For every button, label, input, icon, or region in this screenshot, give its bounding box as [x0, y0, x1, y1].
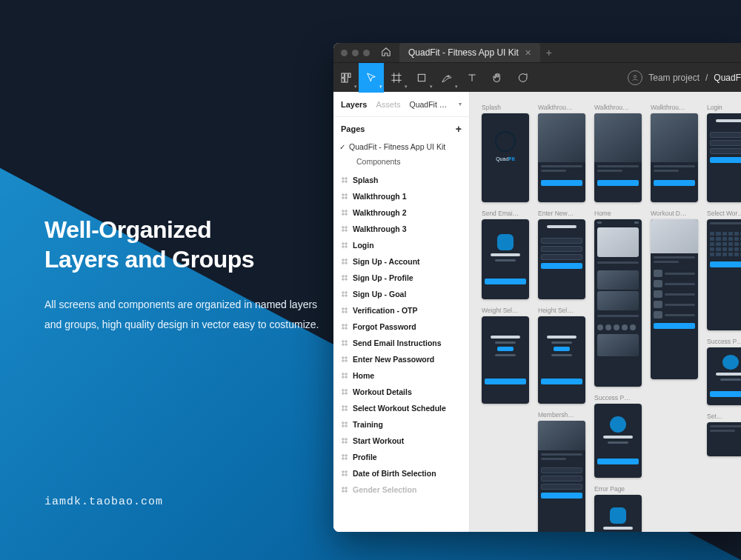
chevron-down-icon[interactable]: ▾: [459, 101, 462, 107]
artboard-label: Set…: [707, 413, 741, 420]
frame-item[interactable]: Enter New Passoword: [333, 351, 469, 367]
artboard-label: Walkthrou…: [594, 104, 642, 111]
frame-name: Send Email Instructions: [353, 339, 442, 347]
artboard-label: Walkthrou…: [538, 104, 585, 111]
artboard-label: Walkthrou…: [651, 104, 698, 111]
artboard[interactable]: Height Sel…: [538, 307, 585, 404]
page-name: Components: [356, 157, 401, 166]
frames-list: SplashWalkthrough 1Walkthrough 2Walkthro…: [333, 169, 469, 532]
artboard[interactable]: Error Page: [594, 485, 642, 532]
pages-header: Pages +: [333, 117, 469, 139]
tab-layers[interactable]: Layers: [341, 100, 367, 109]
frame-name: Select Workout Schedule: [353, 404, 446, 413]
new-tab-button[interactable]: +: [546, 47, 552, 59]
artboard[interactable]: Membersh…: [538, 411, 585, 532]
frame-item[interactable]: Sign Up - Account: [333, 253, 469, 270]
frame-item[interactable]: Gender Selection: [333, 481, 469, 498]
frame-item[interactable]: Profile: [333, 449, 469, 465]
artboard[interactable]: Workout D…: [651, 210, 698, 379]
frame-item[interactable]: Login: [333, 237, 469, 253]
artboard-label: Membersh…: [538, 411, 585, 419]
frame-name: Splash: [353, 176, 378, 184]
tab-assets[interactable]: Assets: [376, 100, 400, 109]
frame-item[interactable]: Home: [333, 367, 469, 384]
frame-name: Workout Details: [353, 387, 412, 396]
shape-tool[interactable]: ▾: [409, 63, 434, 93]
file-tab-title: QuadFit - Fitness App UI Kit: [408, 47, 519, 58]
hand-tool[interactable]: [485, 63, 510, 93]
home-icon[interactable]: [380, 47, 392, 59]
artboard[interactable]: Walkthrou…: [538, 104, 585, 202]
main-menu-button[interactable]: ▾: [333, 63, 359, 93]
frame-item[interactable]: Workout Details: [333, 384, 469, 400]
marketing-copy: Well-Organized Layers and Groups All scr…: [44, 215, 326, 334]
pages-label: Pages: [341, 124, 365, 133]
canvas[interactable]: SplashQuadFitSend Emai…Weight Sel…Walkth…: [470, 92, 741, 532]
canvas-column: SplashQuadFitSend Emai…Weight Sel…: [482, 104, 529, 404]
canvas-column: LoginSelect Wor…Success P…Set…: [707, 104, 741, 456]
frame-tool[interactable]: ▾: [384, 63, 409, 93]
file-tab[interactable]: QuadFit - Fitness App UI Kit ✕: [399, 43, 540, 62]
frame-item[interactable]: Walkthrough 3: [333, 221, 469, 237]
artboard-label: Success P…: [594, 394, 642, 401]
add-page-button[interactable]: +: [456, 123, 462, 135]
frame-item[interactable]: Verification - OTP: [333, 302, 469, 319]
frame-item[interactable]: Splash: [333, 172, 469, 188]
frame-item[interactable]: Training: [333, 416, 469, 433]
page-selector[interactable]: QuadFit - Fitn…: [410, 100, 449, 109]
artboard[interactable]: SplashQuadFit: [482, 104, 529, 202]
canvas-column: Walkthrou…Enter New…Height Sel…Membersh…: [538, 104, 585, 532]
frame-item[interactable]: Start Workout: [333, 433, 469, 449]
frame-item[interactable]: Forgot Password: [333, 319, 469, 335]
artboard[interactable]: Walkthrou…: [651, 104, 698, 202]
window-controls[interactable]: [341, 50, 370, 56]
frame-item[interactable]: Sign Up - Profile: [333, 270, 469, 286]
pages-list: ✓QuadFit - Fitness App UI KitComponents: [333, 139, 469, 169]
page-item[interactable]: ✓QuadFit - Fitness App UI Kit: [333, 139, 469, 154]
canvas-column: Walkthrou…HomeSuccess P…Error Page: [594, 104, 642, 532]
frame-item[interactable]: Send Email Instructions: [333, 335, 469, 351]
canvas-column: Walkthrou…Workout D…: [651, 104, 698, 379]
frame-name: Date of Birth Selection: [353, 469, 436, 478]
frame-name: Login: [353, 241, 374, 250]
frame-name: Gender Selection: [353, 485, 416, 494]
artboard[interactable]: Walkthrou…: [594, 104, 642, 202]
layers-panel: Layers Assets QuadFit - Fitn… ▾ Pages + …: [333, 92, 470, 532]
frame-item[interactable]: Select Workout Schedule: [333, 400, 469, 416]
svg-rect-0: [342, 73, 344, 77]
svg-point-5: [448, 76, 449, 77]
artboard[interactable]: Select Wor…: [707, 210, 741, 330]
frame-name: Verification - OTP: [353, 306, 418, 315]
artboard[interactable]: Weight Sel…: [482, 307, 529, 404]
frame-item[interactable]: Walkthrough 2: [333, 204, 469, 221]
artboard[interactable]: Set…: [707, 413, 741, 456]
artboard-label: Success P…: [707, 338, 741, 345]
close-tab-icon[interactable]: ✕: [525, 48, 531, 58]
pen-tool[interactable]: ▾: [434, 63, 459, 93]
headline-line1: Well-Organized: [44, 216, 211, 243]
breadcrumb-file[interactable]: QuadF: [714, 73, 741, 83]
page-item[interactable]: Components: [333, 154, 469, 169]
artboard[interactable]: Success P…: [594, 394, 642, 478]
artboard[interactable]: Enter New…: [538, 210, 585, 299]
artboard[interactable]: Login: [707, 104, 741, 202]
move-tool[interactable]: ▾: [359, 63, 384, 93]
comment-tool[interactable]: [510, 63, 535, 93]
artboard[interactable]: Home: [594, 210, 642, 387]
artboard[interactable]: Send Emai…: [482, 210, 529, 299]
frame-item[interactable]: Date of Birth Selection: [333, 465, 469, 481]
frame-item[interactable]: Walkthrough 1: [333, 188, 469, 204]
frame-name: Sign Up - Goal: [353, 290, 406, 299]
frame-name: Walkthrough 3: [353, 224, 407, 233]
panel-tabs: Layers Assets QuadFit - Fitn… ▾: [333, 92, 469, 117]
frame-item[interactable]: Sign Up - Goal: [333, 286, 469, 302]
text-tool[interactable]: [459, 63, 485, 93]
artboard-label: Error Page: [594, 485, 642, 493]
frame-name: Home: [353, 371, 374, 380]
svg-point-6: [634, 75, 637, 77]
check-icon: ✓: [339, 143, 348, 151]
artboard[interactable]: Success P…: [707, 338, 741, 405]
user-avatar-icon[interactable]: [628, 70, 642, 85]
breadcrumb-team[interactable]: Team project: [648, 73, 700, 83]
artboard-label: Home: [594, 210, 642, 217]
